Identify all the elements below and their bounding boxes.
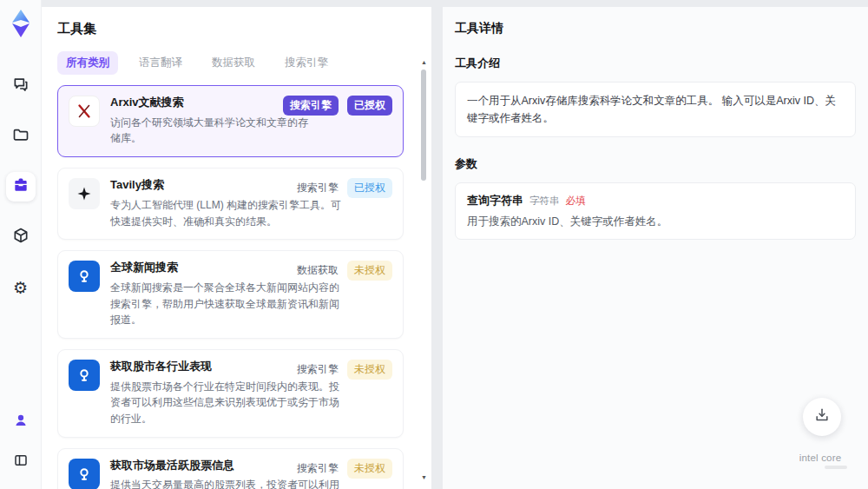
tool-name: Arxiv文献搜索 xyxy=(110,96,312,110)
download-button[interactable] xyxy=(803,398,841,436)
auth-status-badge: 已授权 xyxy=(347,178,392,198)
tab-all-categories[interactable]: 所有类别 xyxy=(57,51,118,75)
tool-description: 提供当天交易量最高的股票列表，投资者可以利用这些信息来识别流动性强的股票和潜在的… xyxy=(110,477,343,489)
app-logo xyxy=(7,9,35,38)
auth-status-badge: 未授权 xyxy=(347,360,392,380)
tab-language-translation[interactable]: 语言翻译 xyxy=(130,51,191,75)
download-icon xyxy=(813,406,831,427)
intro-card: 一个用于从Arxiv存储库搜索科学论文和文章的工具。 输入可以是Arxiv ID… xyxy=(455,82,856,137)
left-sidebar: ⚙ xyxy=(0,0,42,489)
scroll-up-arrow[interactable]: ▲ xyxy=(421,59,427,65)
tool-list-panel: 工具集 所有类别 语言翻译 数据获取 搜索引擎 Arxiv文献搜索 访问各个研究… xyxy=(42,7,431,489)
tool-description: 专为人工智能代理 (LLM) 构建的搜索引擎工具。可快速提供实时、准确和真实的结… xyxy=(110,197,343,229)
sidebar-item-files[interactable] xyxy=(6,122,36,151)
param-card: 查询字符串 字符串 必填 用于搜索的Arxiv ID、关键字或作者姓名。 xyxy=(455,182,856,240)
folder-icon xyxy=(12,126,30,147)
param-description: 用于搜索的Arxiv ID、关键字或作者姓名。 xyxy=(467,215,844,229)
auth-status-badge: 未授权 xyxy=(347,261,392,281)
tool-description: 全球新闻搜索是一个聚合全球各大新闻网站内容的搜索引擎，帮助用户快速获取全球最新资… xyxy=(110,280,343,328)
toolbox-icon xyxy=(12,176,30,197)
news-search-icon xyxy=(69,360,100,391)
page-title: 工具集 xyxy=(57,21,416,37)
param-required-badge: 必填 xyxy=(566,195,586,208)
auth-status-badge: 未授权 xyxy=(347,459,392,479)
category-label: 搜索引擎 xyxy=(297,459,339,479)
sidebar-item-toolbox[interactable] xyxy=(6,172,36,202)
news-search-icon xyxy=(69,459,100,489)
sidebar-item-chat[interactable] xyxy=(6,71,36,101)
package-icon xyxy=(12,227,30,248)
auth-status-badge: 已授权 xyxy=(347,96,392,116)
avatar-icon xyxy=(13,413,29,432)
category-badge: 搜索引擎 xyxy=(283,96,339,116)
brand-underline xyxy=(825,466,847,469)
settings-icon: ⚙ xyxy=(13,280,28,296)
tool-card-tavily[interactable]: Tavily搜索 专为人工智能代理 (LLM) 构建的搜索引擎工具。可快速提供实… xyxy=(57,168,404,240)
intel-core-logo: intel core xyxy=(793,453,847,469)
user-avatar[interactable] xyxy=(6,407,36,437)
tool-description: 访问各个研究领域大量科学论文和文章的存储库。 xyxy=(110,115,312,147)
param-type: 字符串 xyxy=(529,195,560,208)
tool-description: 提供股票市场各个行业在特定时间段内的表现。投资者可以利用这些信息来识别表现优于或… xyxy=(110,379,343,427)
category-label: 搜索引擎 xyxy=(297,178,339,198)
detail-title: 工具详情 xyxy=(455,21,856,36)
category-label: 数据获取 xyxy=(297,261,339,281)
tool-card-arxiv[interactable]: Arxiv文献搜索 访问各个研究领域大量科学论文和文章的存储库。 搜索引擎 已授… xyxy=(57,85,404,157)
scrollbar-thumb[interactable] xyxy=(421,69,426,181)
brand-text: intel core xyxy=(799,453,842,463)
category-label: 搜索引擎 xyxy=(297,360,339,380)
category-tabs: 所有类别 语言翻译 数据获取 搜索引擎 xyxy=(57,51,416,75)
news-search-icon xyxy=(69,261,100,292)
param-name: 查询字符串 xyxy=(467,193,523,208)
intro-section-header: 工具介绍 xyxy=(455,56,856,71)
tab-search-engine[interactable]: 搜索引擎 xyxy=(276,51,337,75)
list-scrollbar[interactable]: ▲ ▼ xyxy=(420,59,427,480)
collapse-sidebar-button[interactable] xyxy=(6,447,36,477)
sidebar-item-settings[interactable]: ⚙ xyxy=(6,273,36,302)
panel-toggle-icon xyxy=(13,453,29,472)
params-section-header: 参数 xyxy=(455,156,856,172)
tool-card-active-stocks[interactable]: 获取市场最活跃股票信息 提供当天交易量最高的股票列表，投资者可以利用这些信息来识… xyxy=(57,448,404,489)
tool-card-global-news[interactable]: 全球新闻搜索 全球新闻搜索是一个聚合全球各大新闻网站内容的搜索引擎，帮助用户快速… xyxy=(57,250,404,339)
tool-card-stock-sector[interactable]: 获取股市各行业表现 提供股票市场各个行业在特定时间段内的表现。投资者可以利用这些… xyxy=(57,349,404,438)
tab-data-fetch[interactable]: 数据获取 xyxy=(203,51,264,75)
intro-text: 一个用于从Arxiv存储库搜索科学论文和文章的工具。 输入可以是Arxiv ID… xyxy=(467,92,844,127)
chat-icon xyxy=(12,76,30,96)
sidebar-item-plugins[interactable] xyxy=(6,222,36,252)
arxiv-logo-icon xyxy=(69,96,100,127)
tavily-star-icon xyxy=(69,178,100,209)
scroll-down-arrow[interactable]: ▼ xyxy=(421,474,427,480)
tool-list: Arxiv文献搜索 访问各个研究领域大量科学论文和文章的存储库。 搜索引擎 已授… xyxy=(57,85,416,489)
